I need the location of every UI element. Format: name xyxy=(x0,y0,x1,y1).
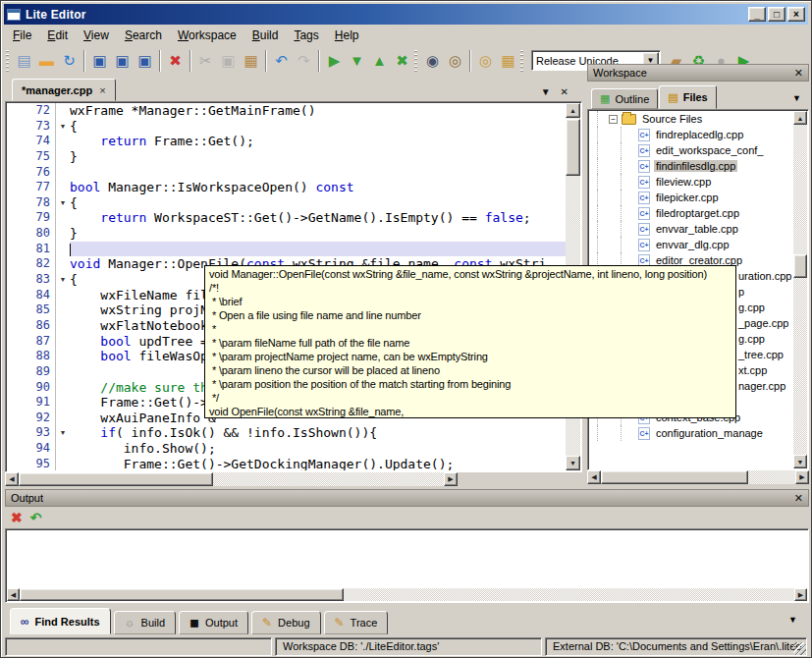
scroll-right-icon[interactable]: ▶ xyxy=(794,588,807,601)
scroll-right-icon[interactable]: ▶ xyxy=(795,470,809,484)
find-type-button[interactable]: ▦ xyxy=(497,50,519,72)
save-all-button[interactable]: ▣ xyxy=(134,50,156,72)
menu-search[interactable]: Search xyxy=(117,27,170,44)
toolbar-grip[interactable] xyxy=(520,50,523,72)
output-text-area[interactable]: ◀ ▶ xyxy=(5,528,809,603)
close-file-button[interactable]: ✖ xyxy=(164,50,187,72)
workspace-close-icon[interactable]: ✕ xyxy=(794,67,803,80)
collapse-icon[interactable]: − xyxy=(609,115,618,124)
scroll-up-icon[interactable]: ▲ xyxy=(793,111,807,125)
paste-button[interactable]: ▦ xyxy=(240,50,262,72)
fold-marker-icon[interactable]: ▼ xyxy=(56,195,70,211)
scrollbar-thumb[interactable] xyxy=(19,472,213,486)
open-folder-button[interactable]: ▬ xyxy=(35,50,58,72)
scrollbar-track[interactable] xyxy=(213,472,444,486)
scrollbar-thumb[interactable] xyxy=(601,470,748,484)
toggle-bookmark-button[interactable]: ▶ xyxy=(323,50,346,72)
editor-line[interactable]: 76 xyxy=(7,165,566,181)
scrollbar-thumb[interactable] xyxy=(20,588,344,601)
menu-workspace[interactable]: Workspace xyxy=(170,27,244,44)
output-header[interactable]: Output ✕ xyxy=(5,489,809,507)
tab-build[interactable]: ☼Build xyxy=(114,611,176,634)
scrollbar-track[interactable] xyxy=(793,125,807,455)
minimize-button[interactable]: _ xyxy=(748,7,766,22)
tree-item[interactable]: C+findinfilesdlg.cpp xyxy=(589,158,793,174)
tab-close-icon[interactable]: × xyxy=(99,84,105,96)
toolbar-grip[interactable] xyxy=(414,50,417,72)
menu-tags[interactable]: Tags xyxy=(286,27,326,44)
tree-vertical-scrollbar[interactable]: ▲ ▼ xyxy=(793,111,807,468)
scrollbar-track[interactable] xyxy=(748,470,795,484)
editor-line[interactable]: 79 return WorkspaceST::Get()->GetName().… xyxy=(7,210,566,226)
tree-horizontal-scrollbar[interactable]: ◀ ▶ xyxy=(587,470,809,484)
scrollbar-thumb[interactable] xyxy=(566,119,580,176)
scroll-left-icon[interactable]: ◀ xyxy=(5,472,19,486)
save-button[interactable]: ▣ xyxy=(88,50,111,72)
editor-line[interactable]: 94 info.Show(); xyxy=(7,441,566,457)
fold-marker-icon[interactable]: ▼ xyxy=(56,119,70,135)
tree-item[interactable]: C+fileview.cpp xyxy=(589,174,793,190)
editor-line[interactable]: 95 Frame::Get()->GetDockingManager().Upd… xyxy=(7,457,566,470)
reload-file-button[interactable]: ↻ xyxy=(58,50,81,72)
tab-find-results[interactable]: ∞Find Results xyxy=(10,608,111,634)
tree-item[interactable]: C+envvar_dlg.cpp xyxy=(589,237,793,252)
editor-line[interactable]: 74 return Frame::Get(); xyxy=(7,134,566,149)
scroll-down-icon[interactable]: ▼ xyxy=(793,455,807,468)
clear-output-icon[interactable]: ✖ xyxy=(11,510,23,525)
new-file-button[interactable]: ▤ xyxy=(13,50,35,72)
scroll-up-icon[interactable]: ▲ xyxy=(566,103,580,118)
tab-debug[interactable]: ✎Debug xyxy=(251,611,320,634)
clear-bookmarks-button[interactable]: ✖ xyxy=(391,50,413,72)
menu-help[interactable]: Help xyxy=(327,27,367,44)
maximize-button[interactable]: □ xyxy=(768,7,785,22)
scrollbar-track[interactable] xyxy=(344,588,794,601)
bottom-tabs-dropdown-icon[interactable]: ▼ xyxy=(788,615,797,625)
tree-item[interactable]: C+edit_workspace_conf_ xyxy=(589,142,793,158)
tree-item[interactable]: C+filepicker.cpp xyxy=(589,190,793,205)
workspace-header[interactable]: Workspace ✕ xyxy=(587,64,809,82)
tab-pane-close-icon[interactable]: ✕ xyxy=(561,86,568,97)
menu-edit[interactable]: Edit xyxy=(39,27,76,44)
tab-list-dropdown-icon[interactable]: ▼ xyxy=(541,86,551,97)
workspace-tabs-dropdown-icon[interactable]: ▼ xyxy=(792,93,801,103)
menu-build[interactable]: Build xyxy=(244,27,287,44)
undo-button[interactable]: ↶ xyxy=(270,50,293,72)
editor-line[interactable]: 77bool Manager::IsWorkspaceOpen() const xyxy=(7,180,566,195)
tree-item[interactable]: C+filedroptarget.cpp xyxy=(589,205,793,221)
tab-files[interactable]: ▤Files xyxy=(659,85,716,109)
editor-line[interactable]: 72wxFrame *Manager::GetMainFrame() xyxy=(7,103,566,119)
output-close-icon[interactable]: ✕ xyxy=(794,492,803,505)
scroll-down-icon[interactable]: ▼ xyxy=(566,456,580,470)
toolbar-grip[interactable] xyxy=(6,50,9,72)
fold-marker-icon[interactable]: ▼ xyxy=(56,272,70,288)
editor-horizontal-scrollbar[interactable]: ◀ ▶ xyxy=(5,472,458,486)
fold-marker-icon[interactable]: ▼ xyxy=(56,425,70,441)
output-horizontal-scrollbar[interactable]: ◀ ▶ xyxy=(7,588,807,601)
editor-line[interactable]: 73▼{ xyxy=(7,119,566,135)
find-button[interactable]: ◉ xyxy=(421,50,444,72)
editor-line[interactable]: 75} xyxy=(7,149,566,165)
scroll-left-icon[interactable]: ◀ xyxy=(587,470,601,484)
close-button[interactable]: × xyxy=(787,7,805,22)
tree-item[interactable]: C+findreplacedlg.cpp xyxy=(589,127,793,142)
editor-line[interactable]: 81 xyxy=(7,242,566,257)
find-resource-button[interactable]: ◎ xyxy=(474,50,497,72)
scroll-left-icon[interactable]: ◀ xyxy=(7,588,20,601)
tree-item[interactable]: C+configuration_manage xyxy=(589,425,793,441)
editor-line[interactable]: 93▼ if( info.IsOk() && !info.IsShown()){ xyxy=(7,425,566,441)
tree-item[interactable]: C+envvar_table.cpp xyxy=(589,221,793,237)
title-bar[interactable]: Lite Editor _ □ × xyxy=(4,4,808,25)
editor-line[interactable]: 78▼{ xyxy=(7,195,566,211)
tab-outline[interactable]: ▦Outline xyxy=(591,88,658,109)
next-bookmark-button[interactable]: ▼ xyxy=(346,50,368,72)
tree-root-source-files[interactable]: −Source Files xyxy=(589,111,793,127)
scrollbar-thumb[interactable] xyxy=(793,254,807,278)
tab-output[interactable]: ◼Output xyxy=(179,611,248,634)
tab-trace[interactable]: ✎Trace xyxy=(324,611,389,634)
menu-file[interactable]: File xyxy=(5,27,39,44)
menu-view[interactable]: View xyxy=(76,27,117,44)
tab-manager-cpp[interactable]: *manager.cpp × xyxy=(12,79,116,101)
find-in-files-button[interactable]: ◎ xyxy=(444,50,466,72)
resize-grip[interactable] xyxy=(793,642,806,655)
editor-line[interactable]: 80} xyxy=(7,226,566,242)
